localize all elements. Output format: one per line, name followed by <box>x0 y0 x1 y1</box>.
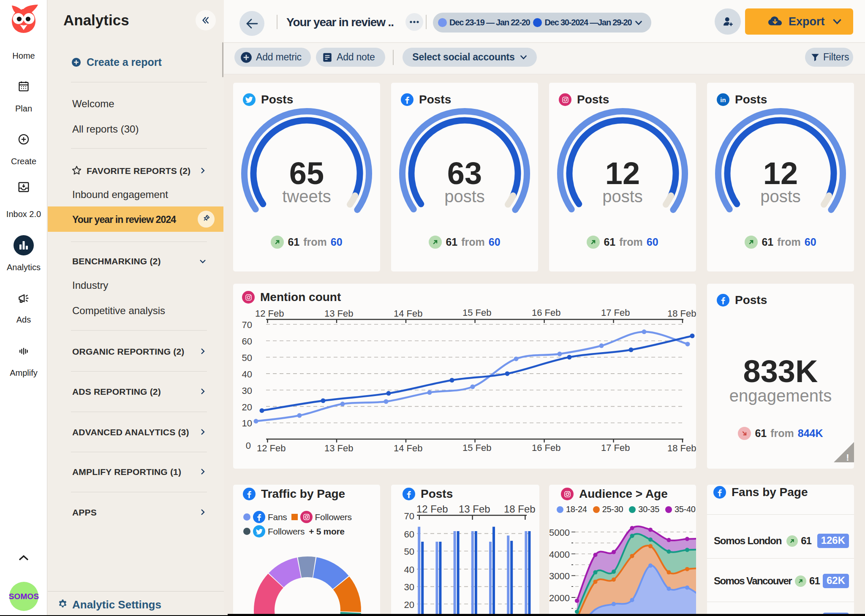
svg-text:!: ! <box>846 452 849 462</box>
